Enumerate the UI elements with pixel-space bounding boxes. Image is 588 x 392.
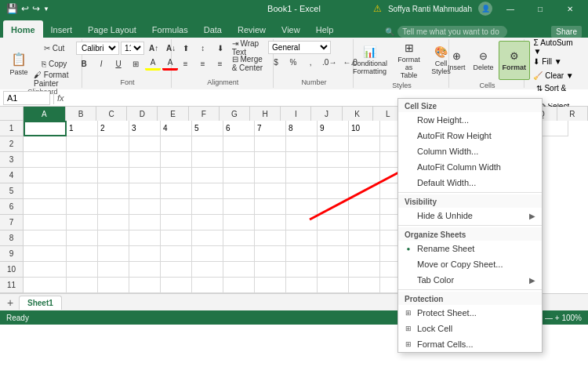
insert-button[interactable]: ⊕ Insert bbox=[445, 41, 469, 80]
copy-button[interactable]: ⎘ Copy bbox=[31, 56, 77, 71]
clear-button[interactable]: 🧹 Clear ▼ bbox=[531, 69, 575, 82]
undo-icon[interactable]: ↩ bbox=[21, 3, 29, 14]
tab-home[interactable]: Home bbox=[3, 20, 43, 38]
add-sheet-button[interactable]: + bbox=[3, 296, 17, 310]
col-header-j[interactable]: J bbox=[311, 107, 342, 121]
col-header-i[interactable]: I bbox=[281, 107, 311, 121]
menu-item-default-width[interactable]: Default Width... bbox=[398, 175, 542, 191]
delete-button[interactable]: ⊖ Delete bbox=[470, 41, 497, 80]
name-box[interactable] bbox=[3, 91, 50, 105]
cell-e1[interactable]: 4 bbox=[161, 121, 192, 136]
cell-a2[interactable] bbox=[24, 136, 67, 152]
sheet-tab-sheet1[interactable]: Sheet1 bbox=[19, 296, 62, 310]
col-header-g[interactable]: G bbox=[220, 107, 250, 121]
border-button[interactable]: ⊞ bbox=[128, 56, 143, 71]
tab-help[interactable]: Help bbox=[308, 20, 342, 38]
align-left-button[interactable]: ≡ bbox=[178, 56, 194, 71]
dropdown-icon[interactable]: ▼ bbox=[43, 5, 49, 13]
row-header-5[interactable]: 5 bbox=[0, 183, 23, 199]
search-input[interactable] bbox=[397, 26, 507, 38]
row-header-2[interactable]: 2 bbox=[0, 136, 23, 152]
cell-i1[interactable]: 8 bbox=[286, 121, 318, 136]
format-button[interactable]: ⚙ Format bbox=[499, 41, 531, 80]
tab-data[interactable]: Data bbox=[196, 20, 230, 38]
col-header-d[interactable]: D bbox=[127, 107, 158, 121]
font-name-select[interactable]: Calibri bbox=[76, 42, 119, 55]
row-header-11[interactable]: 11 bbox=[0, 278, 23, 293]
redo-icon[interactable]: ↪ bbox=[32, 3, 40, 14]
restore-button[interactable]: □ bbox=[528, 0, 552, 17]
align-top-button[interactable]: ⬆ bbox=[178, 41, 194, 55]
menu-item-column-width[interactable]: Column Width... bbox=[398, 143, 542, 159]
autosum-button[interactable]: Σ AutoSum ▼ bbox=[531, 41, 580, 53]
col-header-h[interactable]: H bbox=[250, 107, 281, 121]
menu-item-autofit-col[interactable]: AutoFit Column Width bbox=[398, 159, 542, 175]
menu-item-move-copy[interactable]: Move or Copy Sheet... bbox=[398, 256, 542, 272]
align-middle-button[interactable]: ↕ bbox=[195, 41, 211, 55]
italic-button[interactable]: I bbox=[93, 56, 109, 71]
format-as-table-button[interactable]: ⊞ Format asTable bbox=[391, 41, 426, 80]
bold-button[interactable]: B bbox=[76, 56, 92, 71]
tab-view[interactable]: View bbox=[274, 20, 308, 38]
increase-decimal-button[interactable]: .0→ bbox=[320, 55, 339, 69]
fill-color-button[interactable]: A bbox=[145, 56, 161, 71]
corner-cell[interactable] bbox=[0, 107, 24, 120]
menu-item-hide-unhide[interactable]: Hide & Unhide ▶ bbox=[398, 208, 542, 223]
menu-item-protect-sheet[interactable]: ⊞ Protect Sheet... bbox=[398, 305, 542, 321]
menu-item-tab-color[interactable]: Tab Color ▶ bbox=[398, 272, 542, 288]
col-header-f[interactable]: F bbox=[189, 107, 220, 121]
cell-a1[interactable] bbox=[24, 121, 67, 136]
share-button[interactable]: Share bbox=[551, 26, 582, 38]
menu-item-autofit-row[interactable]: AutoFit Row Height bbox=[398, 128, 542, 143]
row-header-10[interactable]: 10 bbox=[0, 262, 23, 278]
col-header-e[interactable]: E bbox=[158, 107, 188, 121]
cell-g1[interactable]: 6 bbox=[223, 121, 255, 136]
tab-formulas[interactable]: Formulas bbox=[144, 20, 196, 38]
tab-page-layout[interactable]: Page Layout bbox=[80, 20, 144, 38]
col-header-b[interactable]: B bbox=[66, 107, 96, 121]
fill-button[interactable]: ⬇ Fill ▼ bbox=[531, 55, 564, 67]
col-header-a[interactable]: A bbox=[24, 107, 66, 121]
row-header-1[interactable]: 1 bbox=[0, 121, 23, 136]
row-header-7[interactable]: 7 bbox=[0, 215, 23, 230]
col-header-k[interactable]: K bbox=[343, 107, 373, 121]
comma-button[interactable]: , bbox=[303, 55, 318, 69]
cell-d1[interactable]: 3 bbox=[129, 121, 161, 136]
wrap-text-button[interactable]: ⇥ Wrap Text bbox=[230, 41, 268, 55]
align-center-button[interactable]: ≡ bbox=[195, 56, 211, 71]
row-header-8[interactable]: 8 bbox=[0, 230, 23, 246]
percent-button[interactable]: % bbox=[285, 55, 301, 69]
increase-font-button[interactable]: A↑ bbox=[146, 41, 162, 55]
align-bottom-button[interactable]: ⬇ bbox=[212, 41, 228, 55]
row-header-4[interactable]: 4 bbox=[0, 168, 23, 183]
paste-button[interactable]: 📋 Paste bbox=[8, 44, 30, 83]
cell-b1[interactable]: 1 bbox=[67, 121, 98, 136]
align-right-button[interactable]: ≡ bbox=[212, 56, 228, 71]
cell-f1[interactable]: 5 bbox=[192, 121, 223, 136]
cell-c1[interactable]: 2 bbox=[98, 121, 129, 136]
merge-center-button[interactable]: ⊟ Merge & Center bbox=[230, 56, 268, 71]
avatar[interactable]: 👤 bbox=[478, 2, 492, 16]
font-size-select[interactable]: 11 bbox=[121, 42, 144, 55]
tab-review[interactable]: Review bbox=[230, 20, 274, 38]
save-icon[interactable]: 💾 bbox=[6, 3, 18, 14]
row-header-3[interactable]: 3 bbox=[0, 152, 23, 168]
number-format-select[interactable]: General bbox=[268, 41, 331, 54]
cell-h1[interactable]: 7 bbox=[255, 121, 286, 136]
minimize-button[interactable]: — bbox=[499, 0, 522, 17]
zoom-slider[interactable]: — + 100% bbox=[545, 314, 582, 322]
cut-button[interactable]: ✂ Cut bbox=[31, 41, 77, 55]
row-header-6[interactable]: 6 bbox=[0, 199, 23, 215]
col-header-r[interactable]: R bbox=[557, 107, 588, 121]
menu-item-rename-sheet[interactable]: ● Rename Sheet bbox=[398, 241, 542, 256]
close-button[interactable]: ✕ bbox=[558, 0, 582, 17]
menu-item-format-cells[interactable]: ⊞ Format Cells... bbox=[398, 336, 542, 352]
currency-button[interactable]: $ bbox=[268, 55, 284, 69]
col-header-c[interactable]: C bbox=[96, 107, 127, 121]
conditional-formatting-button[interactable]: 📊 ConditionalFormatting bbox=[350, 41, 388, 80]
menu-item-row-height[interactable]: Row Height... bbox=[398, 112, 542, 128]
menu-item-lock-cell[interactable]: ⊞ Lock Cell bbox=[398, 321, 542, 336]
cell-j1[interactable]: 9 bbox=[318, 121, 349, 136]
row-header-9[interactable]: 9 bbox=[0, 246, 23, 262]
underline-button[interactable]: U bbox=[111, 56, 126, 71]
